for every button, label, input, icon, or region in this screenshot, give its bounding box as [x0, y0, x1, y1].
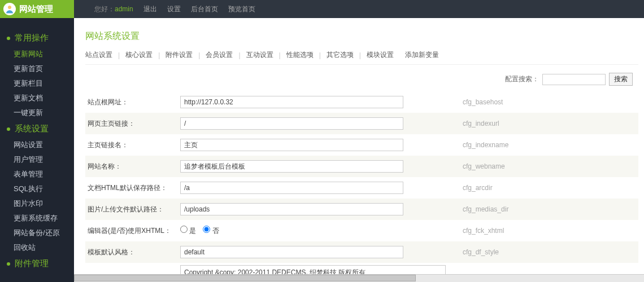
- cfg-key: cfg_indexurl: [451, 120, 593, 127]
- dot-icon: [7, 127, 10, 131]
- cfg-key: cfg_basehost: [451, 98, 593, 106]
- text-input[interactable]: [180, 139, 403, 151]
- topnav-preview[interactable]: 预览首页: [228, 5, 255, 14]
- topnav-settings[interactable]: 设置: [167, 5, 181, 14]
- text-input[interactable]: [180, 96, 403, 108]
- form-row: 主页链接名：cfg_indexname: [85, 134, 638, 156]
- text-input[interactable]: [180, 203, 403, 215]
- dot-icon: [7, 37, 10, 40]
- tab[interactable]: 附件设置: [166, 50, 193, 60]
- cfg-key: cfg_medias_dir: [451, 205, 593, 213]
- tab[interactable]: 站点设置: [85, 50, 112, 60]
- field-label: 网页主页链接：: [85, 119, 180, 129]
- sidebar-group-title[interactable]: 常用操作: [0, 29, 74, 47]
- search-input[interactable]: [542, 74, 606, 85]
- settings-form: 站点根网址：cfg_basehost网页主页链接：cfg_indexurl主页链…: [85, 91, 638, 282]
- cfg-key: cfg_fck_xhtml: [451, 227, 593, 235]
- sidebar-item[interactable]: 更新网站: [0, 47, 74, 61]
- field-label: 图片/上传文件默认路径：: [85, 205, 180, 214]
- tab[interactable]: 其它选项: [327, 50, 354, 60]
- field-label: 编辑器(是/否)使用XHTML：: [85, 226, 180, 236]
- form-row: 模板默认风格：cfg_df_style: [85, 241, 638, 263]
- sidebar: 常用操作更新网站更新首页更新栏目更新文档一键更新系统设置网站设置用户管理表单管理…: [0, 18, 74, 282]
- dot-icon: [7, 262, 10, 266]
- tab[interactable]: 添加新变量: [405, 50, 439, 60]
- sidebar-item[interactable]: 表单管理: [0, 167, 74, 182]
- form-row: 网页主页链接：cfg_indexurl: [85, 113, 638, 134]
- sidebar-item[interactable]: 更新系统缓存: [0, 211, 74, 226]
- form-row: 编辑器(是/否)使用XHTML： 是 否cfg_fck_xhtml: [85, 220, 638, 241]
- cfg-key: cfg_df_style: [451, 248, 593, 256]
- topnav-logout[interactable]: 退出: [143, 5, 157, 14]
- search-button[interactable]: 搜索: [609, 73, 633, 86]
- radio-option[interactable]: 是: [180, 227, 196, 235]
- form-row: 站点根网址：cfg_basehost: [85, 91, 638, 113]
- topnav-admin-home[interactable]: 后台首页: [191, 5, 218, 14]
- sidebar-item[interactable]: SQL执行: [0, 182, 74, 196]
- tabs: 站点设置|核心设置|附件设置|会员设置|互动设置|性能选项|其它选项|模块设置 …: [85, 50, 638, 65]
- sidebar-item[interactable]: 一键更新: [0, 105, 74, 120]
- field-label: 网站名称：: [85, 162, 180, 171]
- topnav-greeting: 您好：admin: [94, 5, 133, 14]
- sidebar-group-title[interactable]: 附件管理: [0, 255, 74, 272]
- field-label: 文档HTML默认保存路径：: [85, 183, 180, 193]
- sidebar-item[interactable]: 网站设置: [0, 138, 74, 152]
- horizontal-scrollbar[interactable]: [74, 274, 644, 282]
- tab[interactable]: 核心设置: [125, 50, 153, 60]
- field-label: 主页链接名：: [85, 140, 180, 150]
- sidebar-group-title[interactable]: 系统设置: [0, 120, 74, 138]
- brand: 网站管理: [0, 0, 74, 18]
- tab[interactable]: 模块设置: [367, 50, 394, 60]
- content: 网站系统设置 站点设置|核心设置|附件设置|会员设置|互动设置|性能选项|其它选…: [74, 18, 644, 282]
- search-row: 配置搜索： 搜索: [85, 69, 638, 91]
- tab[interactable]: 会员设置: [206, 50, 233, 60]
- sidebar-item[interactable]: 网站备份/还原: [0, 226, 74, 240]
- field-label: 站点根网址：: [85, 98, 180, 107]
- cfg-key: cfg_indexname: [451, 141, 593, 149]
- brand-text: 网站管理: [19, 4, 53, 15]
- cfg-key: cfg_webname: [451, 162, 593, 170]
- text-input[interactable]: [180, 117, 403, 130]
- sidebar-item[interactable]: 更新文档: [0, 91, 74, 105]
- form-row: 图片/上传文件默认路径：cfg_medias_dir: [85, 199, 638, 220]
- sidebar-item[interactable]: 回收站: [0, 240, 74, 255]
- sidebar-item[interactable]: 更新首页: [0, 61, 74, 76]
- svg-point-0: [8, 6, 11, 9]
- sidebar-item[interactable]: 用户管理: [0, 152, 74, 167]
- form-row: 文档HTML默认保存路径：cfg_arcdir: [85, 177, 638, 199]
- field-label: 模板默认风格：: [85, 248, 180, 257]
- brand-icon: [3, 3, 16, 15]
- sidebar-item[interactable]: 更新栏目: [0, 76, 74, 91]
- text-input[interactable]: [180, 182, 403, 194]
- tab[interactable]: 性能选项: [286, 50, 314, 60]
- topnav: 您好：admin 退出 设置 后台首页 预览首页: [94, 5, 255, 14]
- text-input[interactable]: [180, 160, 403, 173]
- form-row: 网站名称：cfg_webname: [85, 156, 638, 177]
- cfg-key: cfg_arcdir: [451, 184, 593, 192]
- topbar: 网站管理 您好：admin 退出 设置 后台首页 预览首页: [0, 0, 644, 18]
- sidebar-item[interactable]: 图片水印: [0, 196, 74, 211]
- text-input[interactable]: [180, 246, 403, 258]
- page-title: 网站系统设置: [85, 30, 638, 42]
- search-label: 配置搜索：: [505, 74, 539, 84]
- radio-option[interactable]: 否: [203, 227, 219, 235]
- tab[interactable]: 互动设置: [246, 50, 273, 60]
